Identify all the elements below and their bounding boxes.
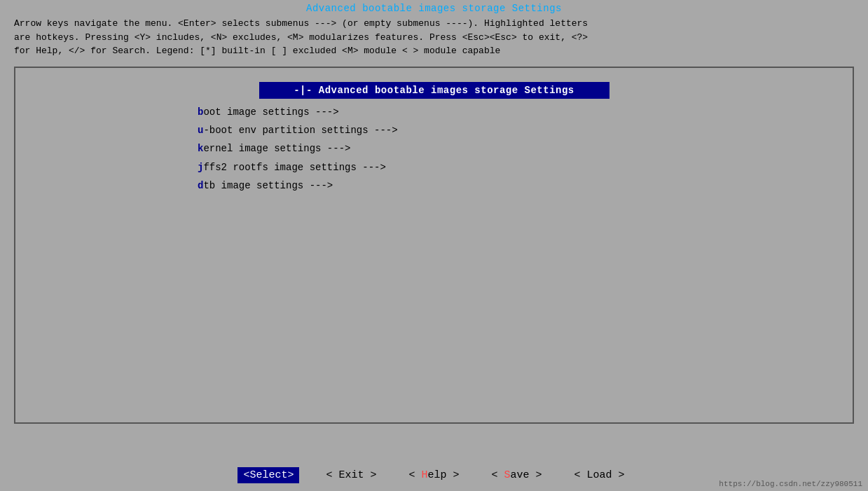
menu-box: -|- Advanced bootable images storage Set… [14,67,854,424]
page-title: Advanced bootable images storage Setting… [0,0,868,15]
title-dash-prefix: -|- [294,85,319,96]
watermark: https://blog.csdn.net/zzy980511 [719,480,862,488]
list-item[interactable]: boot image settings ---> [15,103,853,121]
help-hotkey-letter: H [421,469,427,481]
save-hotkey-letter: S [504,469,511,481]
load-button[interactable]: < Load > [569,467,631,483]
list-item[interactable]: kernel image settings ---> [15,139,853,158]
list-item[interactable]: jffs2 rootfs image settings ---> [15,158,853,177]
save-button[interactable]: < Save > [486,467,548,483]
select-button[interactable]: <Select> [237,467,299,483]
exit-button[interactable]: < Exit > [320,467,382,483]
menu-title: -|- Advanced bootable images storage Set… [259,82,609,99]
list-item[interactable]: u-boot env partition settings ---> [15,121,853,139]
help-text: Arrow keys navigate the menu. <Enter> se… [0,15,868,60]
list-item[interactable]: dtb image settings ---> [15,177,853,195]
menu-title-text: Advanced bootable images storage Setting… [319,85,574,96]
help-button[interactable]: < Help > [403,467,464,483]
